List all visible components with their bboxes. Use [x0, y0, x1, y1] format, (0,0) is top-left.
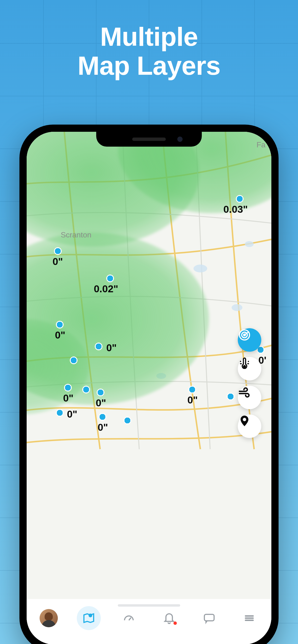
map-pin[interactable]: [97, 388, 104, 396]
layer-radar-button[interactable]: [238, 328, 261, 352]
svg-point-2: [245, 241, 254, 247]
svg-rect-9: [204, 614, 214, 621]
pin-value: 0": [55, 330, 65, 341]
chat-icon: [203, 612, 216, 624]
tab-dashboard[interactable]: [117, 606, 141, 630]
map-pin[interactable]: [188, 386, 196, 394]
map-pin[interactable]: [227, 393, 234, 400]
layer-location-button[interactable]: [238, 414, 261, 438]
map-pin[interactable]: [106, 274, 114, 282]
map-pin[interactable]: [56, 409, 64, 417]
gauge-icon: [122, 612, 135, 624]
pin-value: 0": [67, 408, 77, 420]
map-pin[interactable]: [82, 386, 90, 394]
tab-map[interactable]: [77, 606, 101, 630]
pin-value: 0": [106, 342, 117, 354]
phone-frame: Scranton Fa 0.03" 0" 0.02" 0" 0" 0' 0": [20, 124, 278, 644]
map-pin[interactable]: [64, 384, 72, 392]
radar-icon: [238, 328, 251, 342]
tab-chat[interactable]: [197, 606, 221, 630]
map-pin-icon: [238, 414, 251, 428]
pin-value: 0": [98, 422, 108, 433]
layer-wind-button[interactable]: [238, 386, 261, 409]
thermometer-icon: [238, 357, 251, 370]
map-pin[interactable]: [56, 321, 64, 328]
avatar: [40, 609, 58, 627]
pin-value: 0.03": [223, 204, 248, 215]
tab-alerts[interactable]: [157, 606, 181, 630]
map-pin[interactable]: [236, 195, 244, 203]
svg-point-8: [89, 614, 92, 617]
map-pin[interactable]: [99, 413, 106, 421]
pin-value: 0": [63, 392, 73, 404]
map-canvas[interactable]: Scranton Fa 0.03" 0" 0.02" 0" 0" 0' 0": [27, 132, 271, 644]
phone-bezel: Scranton Fa 0.03" 0" 0.02" 0" 0" 0' 0": [25, 130, 273, 644]
svg-point-1: [232, 304, 242, 311]
map-pin[interactable]: [70, 356, 77, 364]
map-pin[interactable]: [54, 247, 62, 255]
bottom-tabbar: [27, 599, 271, 644]
pin-value: 0": [53, 256, 63, 268]
headline-line-1: Multiple: [0, 22, 298, 51]
map-pin[interactable]: [123, 417, 131, 424]
headline-line-2: Map Layers: [0, 51, 298, 80]
tab-menu[interactable]: [237, 606, 261, 630]
pin-value: 0": [96, 397, 106, 409]
svg-point-0: [193, 264, 207, 272]
pin-value: 0.02": [94, 283, 118, 295]
city-label-scranton: Scranton: [61, 230, 91, 239]
city-label-partial: Fa: [256, 140, 265, 149]
wind-icon: [238, 386, 251, 399]
notification-badge: [174, 622, 177, 625]
phone-notch: [96, 132, 202, 146]
phone-screen: Scranton Fa 0.03" 0" 0.02" 0" 0" 0' 0": [27, 132, 271, 644]
tab-profile[interactable]: [37, 606, 61, 630]
menu-icon: [243, 612, 256, 624]
map-pin[interactable]: [95, 342, 102, 350]
pin-value: 0": [187, 394, 198, 406]
map-pin-icon: [82, 612, 95, 624]
layer-temperature-button[interactable]: [238, 357, 261, 380]
marketing-headline: Multiple Map Layers: [0, 22, 298, 80]
svg-point-7: [244, 366, 245, 367]
